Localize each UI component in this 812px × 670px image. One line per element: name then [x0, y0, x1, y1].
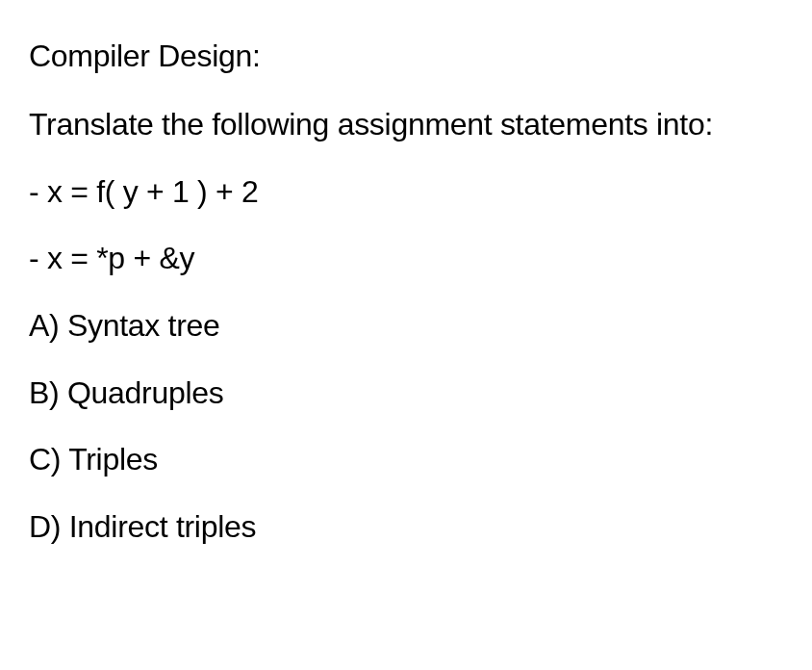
option-c: C) Triples [29, 440, 783, 480]
statement-2: - x = *p + &y [29, 239, 783, 279]
statement-1: - x = f( y + 1 ) + 2 [29, 172, 783, 213]
option-a: A) Syntax tree [29, 306, 783, 347]
option-d: D) Indirect triples [29, 507, 783, 548]
option-b: B) Quadruples [29, 374, 783, 414]
instruction-text: Translate the following assignment state… [29, 104, 783, 145]
document-title: Compiler Design: [29, 37, 783, 77]
